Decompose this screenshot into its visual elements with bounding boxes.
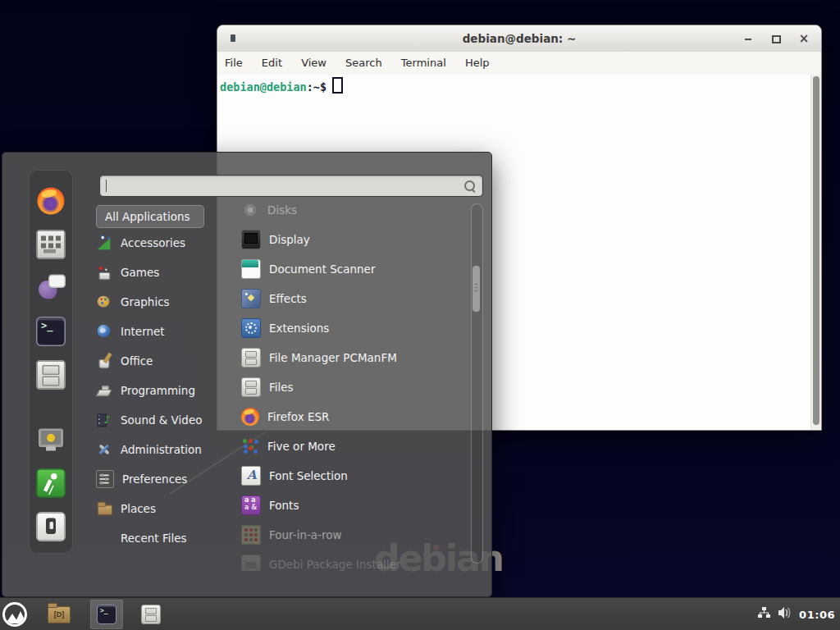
four-in-a-row-icon [241,525,261,545]
session-button[interactable] [30,504,71,548]
application-label: File Manager PCManFM [269,351,397,364]
session-button[interactable] [30,418,71,461]
category-item[interactable]: Internet [95,317,226,346]
app-list-scrollbar[interactable] [471,203,483,564]
minimize-button[interactable] [741,31,756,46]
favorite-app-button[interactable] [30,353,71,396]
folder-icon: [D] [48,606,71,623]
terminal-menu-item[interactable]: Search [338,52,390,75]
terminal-titlebar[interactable]: debian@debian: ~ × [217,25,821,52]
application-list: Disks Display Document Scanner E [233,198,469,571]
scanner-icon [241,259,261,279]
category-item[interactable]: Graphics [95,287,226,317]
desktop-folder-button[interactable]: [D] [34,600,84,629]
application-label: Files [269,381,294,394]
clock[interactable]: 01:06 [799,609,835,621]
application-item[interactable]: Four-in-a-row [233,520,469,550]
category-label: Administration [121,443,202,456]
menu-launcher-button[interactable] [2,602,27,627]
application-item[interactable]: Files [233,372,469,402]
category-item[interactable]: Sound & Video [95,405,226,435]
fonts-icon [241,495,261,515]
category-label: Office [121,354,153,368]
gdebi-icon [241,555,261,571]
category-item[interactable]: Accessories [95,228,226,258]
session-button[interactable] [30,461,71,504]
application-item[interactable]: Firefox ESR [233,402,469,431]
accessories-icon [96,235,112,251]
application-item[interactable]: Disks [233,198,469,225]
volume-icon[interactable] [778,606,792,623]
effects-icon [241,289,261,308]
category-all-applications[interactable]: All Applications [96,205,204,228]
application-label: GDebi Package Installer [269,558,401,571]
category-item[interactable]: Preferences [95,464,226,494]
category-item[interactable]: Office [95,346,226,376]
application-label: Document Scanner [269,262,375,276]
search-input[interactable] [107,177,451,193]
terminal-cursor [332,77,343,94]
prompt-suffix: :~$ [307,80,326,94]
category-label: Recent Files [121,532,187,545]
terminal-menu-item[interactable]: Terminal [394,52,454,75]
application-item[interactable]: File Manager PCManFM [233,343,469,372]
terminal-menu-item[interactable]: Help [458,52,497,75]
category-label: Accessories [121,236,185,249]
office-icon [96,353,112,369]
shutdown-icon [36,512,66,541]
terminal-icon [97,605,116,624]
window-controls: × [741,25,811,52]
application-item[interactable]: Five or More [233,431,469,461]
category-item[interactable]: Games [95,258,226,287]
favorite-app-button[interactable] [30,266,71,309]
app-list-scrollbar-thumb[interactable] [472,266,480,312]
application-item[interactable]: Document Scanner [233,254,469,284]
terminal-menu-item[interactable]: Edit [254,52,290,75]
category-label: Internet [121,325,165,338]
application-label: Five or More [267,440,336,453]
games-icon [96,264,112,281]
programming-icon [96,382,112,399]
taskbar-terminal-button[interactable] [90,600,123,629]
favorites-bottom [30,418,71,548]
terminal-menu-item[interactable]: View [294,52,334,75]
soundvideo-icon [96,412,112,428]
application-menu: All Applications Accessories Games Graph… [2,152,492,597]
application-item[interactable]: Extensions [233,313,469,343]
five-or-more-icon [241,437,259,455]
application-item[interactable]: GDebi Package Installer [233,550,469,571]
application-label: Extensions [269,322,329,335]
extensions-icon [241,318,261,338]
terminal-menubar: File Edit View Search Terminal Help [217,52,821,75]
internet-icon [96,323,112,340]
terminal-menu-item[interactable]: File [217,52,250,75]
application-item[interactable]: Font Selection [233,461,469,491]
category-item[interactable]: Places [95,494,226,523]
favorite-app-button[interactable] [30,179,71,222]
window-title: debian@debian: ~ [217,25,821,52]
maximize-button[interactable] [769,31,783,46]
system-tray: 01:06 [757,598,835,630]
screensaver-icon [38,426,65,453]
application-label: Disks [267,203,297,217]
messenger-icon [38,274,65,301]
favorite-app-button[interactable] [30,222,71,266]
category-label: Programming [121,384,195,397]
application-item[interactable]: Display [233,225,469,254]
keyboard-icon [36,230,66,259]
category-item[interactable]: Administration [95,435,226,464]
firefox-icon [38,187,65,214]
file-cabinet-icon [141,605,161,624]
close-button[interactable]: × [797,31,811,46]
category-item[interactable]: Recent Files [95,523,226,553]
terminal-scrollbar-thumb[interactable] [813,76,819,425]
application-item[interactable]: Fonts [233,491,469,520]
category-label: Sound & Video [121,413,202,427]
terminal-scrollbar[interactable] [810,75,821,430]
taskbar-files-button[interactable] [135,600,167,629]
application-label: Firefox ESR [267,410,329,423]
application-item[interactable]: Effects [233,284,469,313]
favorite-app-button[interactable] [30,309,71,353]
category-item[interactable]: Programming [95,376,226,405]
network-icon[interactable] [757,606,771,623]
